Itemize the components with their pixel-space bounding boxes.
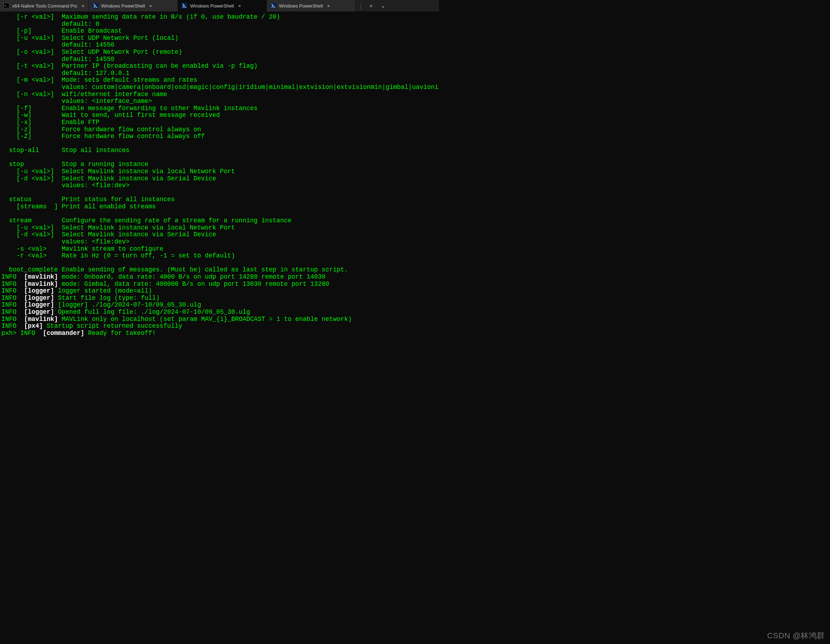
help-line: [-u <val>] Select UDP Network Port (loca…: [2, 35, 437, 42]
log-module: [logger]: [24, 309, 54, 316]
help-line: status Print status for all instances: [2, 196, 437, 203]
close-icon[interactable]: ×: [326, 3, 331, 9]
log-line: INFO [mavlink] mode: Gimbal, data rate: …: [2, 281, 437, 288]
log-line: INFO [logger] Start file log (type: full…: [2, 295, 437, 302]
log-level: INFO: [2, 280, 16, 288]
help-line: [-d <val>] Select Mavlink instance via S…: [2, 231, 437, 239]
log-level: INFO: [21, 329, 35, 337]
help-line: [-z] Force hardware flow control always …: [2, 126, 437, 133]
log-module: [mavlink]: [24, 273, 58, 280]
log-message: [logger] ./log/2024-07-10/09_05_30.ulg: [58, 301, 201, 309]
tab-0[interactable]: >_x64 Native Tools Command Pro×: [0, 0, 89, 11]
help-line: values: <file:dev>: [2, 182, 437, 189]
log-line: INFO [mavlink] MAVLink only on localhost…: [2, 316, 437, 323]
terminal-tab-bar: >_x64 Native Tools Command Pro×Windows P…: [0, 0, 439, 11]
prompt-prefix: pxh>: [2, 329, 21, 337]
help-line: stop Stop a running instance: [2, 161, 437, 168]
log-level: INFO: [2, 287, 16, 294]
help-line: boot_complete Enable sending of messages…: [2, 266, 437, 274]
help-line: [-n <val>] wifi/ethernet interface name: [2, 91, 437, 98]
help-line: [2, 259, 437, 267]
powershell-icon: [93, 3, 98, 9]
help-line: [-u <val>] Select Mavlink instance via l…: [2, 168, 437, 176]
help-line: [streams ] Print all enabled streams: [2, 203, 437, 210]
tab-2[interactable]: Windows PowerShell×: [178, 0, 267, 11]
help-line: default: 127.0.0.1: [2, 70, 437, 77]
tab-1[interactable]: Windows PowerShell×: [89, 0, 178, 11]
help-line: [-u <val>] Select Mavlink instance via l…: [2, 225, 437, 232]
tabbar-controls: │＋⌄: [356, 0, 391, 11]
log-message: mode: Gimbal, data rate: 400000 B/s on u…: [62, 280, 329, 288]
log-module: [px4]: [24, 322, 43, 329]
tab-title: Windows PowerShell: [279, 3, 323, 9]
log-level: INFO: [2, 301, 16, 309]
log-level: INFO: [2, 316, 16, 323]
help-line: default: 14550: [2, 56, 437, 63]
help-line: -s <val> Mavlink stream to configure: [2, 245, 437, 253]
help-line: stream Configure the sending rate of a s…: [2, 217, 437, 225]
log-module: [logger]: [24, 287, 54, 294]
log-line: INFO [logger] [logger] ./log/2024-07-10/…: [2, 302, 437, 309]
help-line: [-r <val>] Maximum sending data rate in …: [2, 14, 437, 21]
close-icon[interactable]: ×: [80, 3, 86, 9]
log-line: INFO [logger] Opened full log file: ./lo…: [2, 309, 437, 316]
help-line: values: <file:dev>: [2, 239, 437, 245]
help-line: [-m <val>] Mode: sets default streams an…: [2, 77, 437, 84]
help-line: [2, 140, 437, 147]
log-module: [mavlink]: [24, 280, 58, 288]
log-module: [mavlink]: [24, 316, 58, 323]
log-level: INFO: [2, 273, 16, 280]
help-line: values: <interface_name>: [2, 98, 437, 105]
log-level: INFO: [2, 309, 16, 316]
help-line: [-t <val>] Partner IP (broadcasting can …: [2, 63, 437, 70]
help-line: [-d <val>] Select Mavlink instance via S…: [2, 176, 437, 182]
log-message: logger started (mode=all): [58, 287, 152, 294]
help-line: default: 14556: [2, 41, 437, 49]
log-line: INFO [mavlink] mode: Onboard, data rate:…: [2, 274, 437, 281]
log-module: [logger]: [24, 294, 54, 302]
log-message: mode: Onboard, data rate: 4000 B/s on ud…: [62, 273, 325, 280]
log-level: INFO: [2, 294, 16, 302]
tab-3[interactable]: Windows PowerShell×: [267, 0, 356, 11]
terminal-output[interactable]: [-r <val>] Maximum sending data rate in …: [0, 11, 439, 339]
help-line: [-f] Enable message forwarding to other …: [2, 105, 437, 112]
log-line: INFO [logger] logger started (mode=all): [2, 288, 437, 295]
log-message: MAVLink only on localhost (set param MAV…: [62, 316, 352, 323]
prompt-line[interactable]: pxh> INFO [commander] Ready for takeoff!: [2, 330, 437, 337]
tabbar-divider: │: [360, 3, 363, 9]
tab-dropdown-button[interactable]: ⌄: [380, 3, 387, 9]
help-line: [2, 154, 437, 161]
help-line: [2, 210, 437, 218]
help-line: [-w] Wait to send, until first message r…: [2, 112, 437, 119]
close-icon[interactable]: ×: [148, 3, 154, 9]
log-level: INFO: [2, 322, 16, 329]
help-line: stop-all Stop all instances: [2, 147, 437, 154]
help-line: [-x] Enable FTP: [2, 119, 437, 126]
help-line: default: 0: [2, 21, 437, 28]
tab-title: Windows PowerShell: [101, 3, 145, 9]
log-message: Startup script returned successfully: [47, 322, 182, 329]
help-line: [-o <val>] Select UDP Network Port (remo…: [2, 49, 437, 56]
tab-title: x64 Native Tools Command Pro: [12, 3, 77, 9]
powershell-icon: [182, 3, 187, 9]
close-icon[interactable]: ×: [237, 3, 242, 9]
cmd-icon: >_: [3, 3, 10, 9]
log-message: Start file log (type: full): [58, 294, 160, 302]
tab-title: Windows PowerShell: [190, 3, 234, 9]
help-line: values: custom|camera|onboard|osd|magic|…: [2, 84, 437, 91]
log-message: Ready for takeoff!: [88, 329, 156, 337]
help-line: -r <val> Rate in Hz (0 = turn off, -1 = …: [2, 252, 437, 259]
log-module: [commander]: [43, 329, 85, 337]
help-line: [-Z] Force hardware flow control always …: [2, 133, 437, 140]
log-message: Opened full log file: ./log/2024-07-10/0…: [58, 309, 250, 316]
log-module: [logger]: [24, 301, 54, 309]
powershell-icon: [271, 3, 276, 9]
help-line: [2, 189, 437, 196]
log-line: INFO [px4] Startup script returned succe…: [2, 323, 437, 330]
help-line: [-p] Enable Broadcast: [2, 28, 437, 35]
new-tab-button[interactable]: ＋: [367, 3, 375, 9]
